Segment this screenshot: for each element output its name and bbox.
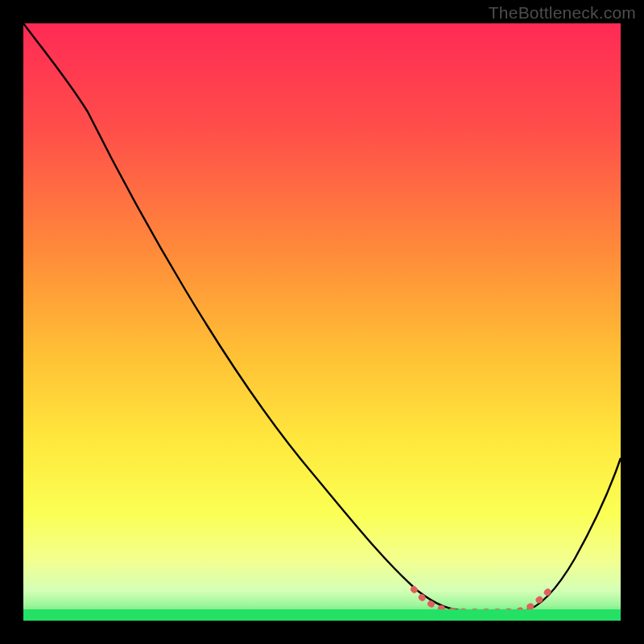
plot-area (23, 23, 621, 621)
watermark-text: TheBottleneck.com (489, 3, 636, 23)
chart-container: TheBottleneck.com (0, 0, 644, 644)
green-baseline-band (23, 609, 621, 621)
chart-svg (23, 23, 621, 621)
gradient-background (23, 23, 621, 621)
